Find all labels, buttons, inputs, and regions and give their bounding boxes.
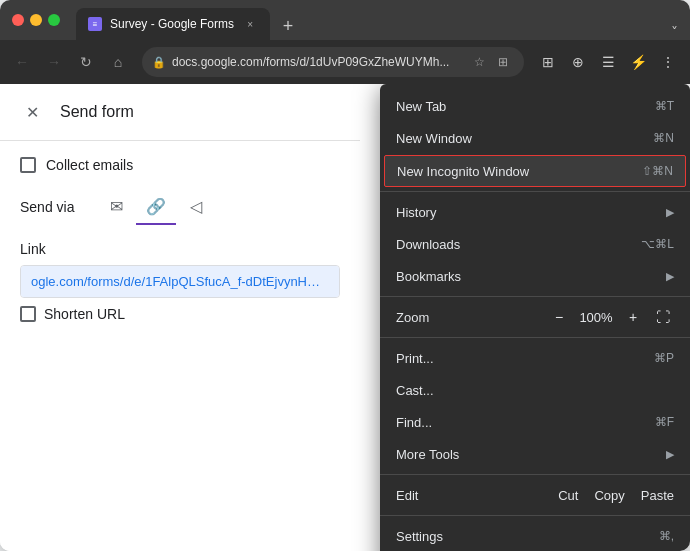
close-traffic-light[interactable] [12, 14, 24, 26]
extensions-button[interactable]: ⊞ [534, 48, 562, 76]
menu-item-new-window[interactable]: New Window ⌘N [380, 122, 690, 154]
menu-separator-1 [380, 191, 690, 192]
lock-icon: 🔒 [152, 56, 166, 69]
maximize-traffic-light[interactable] [48, 14, 60, 26]
toolbar-right: ⊞ ⊕ ☰ ⚡ ⋮ [534, 48, 682, 76]
copy-button[interactable]: Copy [594, 488, 624, 503]
new-tab-button[interactable]: + [274, 12, 302, 40]
menu-separator-2 [380, 296, 690, 297]
lightning-button[interactable]: ⚡ [624, 48, 652, 76]
paste-button[interactable]: Paste [641, 488, 674, 503]
menu-separator-4 [380, 474, 690, 475]
minimize-traffic-light[interactable] [30, 14, 42, 26]
menu-separator-5 [380, 515, 690, 516]
zoom-controls: − 100% + ⛶ [548, 306, 674, 328]
chrome-labs-button[interactable]: ⊕ [564, 48, 592, 76]
zoom-out-button[interactable]: − [548, 306, 570, 328]
tab-favicon: ≡ [88, 17, 102, 31]
menu-button[interactable]: ⋮ [654, 48, 682, 76]
menu-item-bookmarks[interactable]: Bookmarks ▶ [380, 260, 690, 292]
reload-button[interactable]: ↻ [72, 48, 100, 76]
tune-button[interactable]: ⊞ [492, 51, 514, 73]
traffic-lights [12, 14, 60, 26]
menu-item-history[interactable]: History ▶ [380, 196, 690, 228]
menu-item-zoom: Zoom − 100% + ⛶ [380, 301, 690, 333]
menu-separator-3 [380, 337, 690, 338]
tab-title: Survey - Google Forms [110, 17, 234, 31]
browser-window: ≡ Survey - Google Forms × + ˅ ← → ↻ ⌂ 🔒 … [0, 0, 690, 551]
toolbar: ← → ↻ ⌂ 🔒 docs.google.com/forms/d/1dUvP0… [0, 40, 690, 84]
profile-button[interactable]: ☰ [594, 48, 622, 76]
zoom-value: 100% [578, 310, 614, 325]
tabs-area: ≡ Survey - Google Forms × + ˅ [76, 0, 678, 40]
active-tab[interactable]: ≡ Survey - Google Forms × [76, 8, 270, 40]
menu-item-find[interactable]: Find... ⌘F [380, 406, 690, 438]
content-area: ✕ Send form Collect emails Send via ✉ 🔗 … [0, 84, 690, 551]
address-text: docs.google.com/forms/d/1dUvP09GxZheWUYM… [172, 55, 462, 69]
menu-item-more-tools[interactable]: More Tools ▶ [380, 438, 690, 470]
address-bar[interactable]: 🔒 docs.google.com/forms/d/1dUvP09GxZheWU… [142, 47, 524, 77]
back-button[interactable]: ← [8, 48, 36, 76]
cut-button[interactable]: Cut [558, 488, 578, 503]
menu-item-cast[interactable]: Cast... [380, 374, 690, 406]
zoom-in-button[interactable]: + [622, 306, 644, 328]
bookmark-button[interactable]: ☆ [468, 51, 490, 73]
menu-item-print[interactable]: Print... ⌘P [380, 342, 690, 374]
menu-item-edit-row: Edit Cut Copy Paste [380, 479, 690, 511]
tab-overflow-button[interactable]: ˅ [671, 24, 678, 40]
address-actions: ☆ ⊞ [468, 51, 514, 73]
menu-item-new-tab[interactable]: New Tab ⌘T [380, 90, 690, 122]
menu-item-settings[interactable]: Settings ⌘, [380, 520, 690, 551]
forward-button[interactable]: → [40, 48, 68, 76]
context-menu-overlay: New Tab ⌘T New Window ⌘N New Incognito W… [0, 84, 690, 551]
menu-item-new-incognito[interactable]: New Incognito Window ⇧⌘N [384, 155, 686, 187]
zoom-fullscreen-button[interactable]: ⛶ [652, 306, 674, 328]
tab-close-button[interactable]: × [242, 16, 258, 32]
home-button[interactable]: ⌂ [104, 48, 132, 76]
context-menu: New Tab ⌘T New Window ⌘N New Incognito W… [380, 84, 690, 551]
menu-item-downloads[interactable]: Downloads ⌥⌘L [380, 228, 690, 260]
title-bar: ≡ Survey - Google Forms × + ˅ [0, 0, 690, 40]
